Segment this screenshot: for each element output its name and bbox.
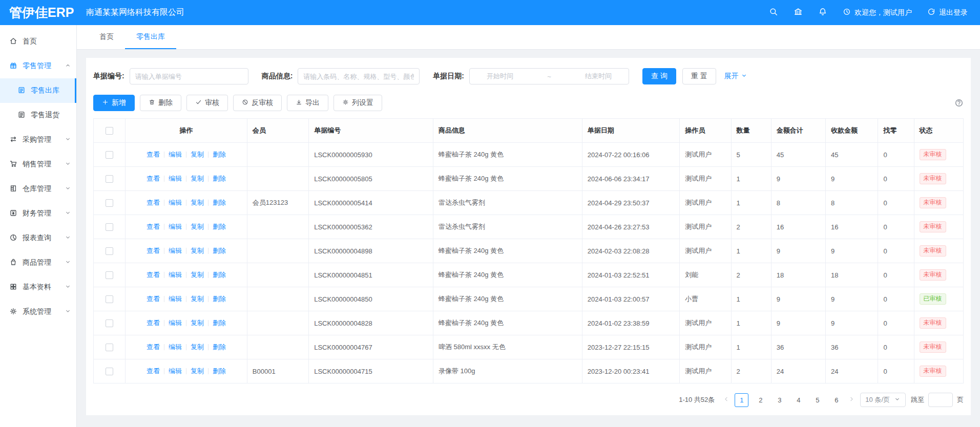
order-no-input[interactable]: [130, 68, 248, 84]
delete-link[interactable]: 删除: [213, 174, 226, 183]
logout-button[interactable]: 退出登录: [927, 8, 968, 17]
view-link[interactable]: 查看: [147, 294, 160, 304]
page-number[interactable]: 6: [829, 393, 843, 407]
chevron-down-icon: [65, 209, 71, 218]
row-checkbox[interactable]: [106, 319, 113, 327]
delete-link[interactable]: 删除: [213, 270, 226, 280]
column-settings-button[interactable]: 列设置: [333, 95, 382, 111]
cell-order-no: LSCK00000005930: [309, 143, 433, 167]
sidebar-item-report-query[interactable]: 报表查询: [0, 226, 76, 250]
select-all-checkbox[interactable]: [106, 127, 113, 135]
row-checkbox[interactable]: [106, 344, 113, 351]
view-link[interactable]: 查看: [147, 318, 160, 328]
view-link[interactable]: 查看: [147, 150, 160, 159]
page-size-select[interactable]: 10 条/页: [860, 393, 906, 407]
page-number[interactable]: 4: [791, 393, 805, 407]
bank-icon[interactable]: [794, 7, 803, 18]
view-link[interactable]: 查看: [147, 343, 160, 352]
cell-member: B00001: [247, 359, 308, 383]
delete-link[interactable]: 删除: [213, 222, 226, 231]
product-info-input[interactable]: [298, 68, 420, 84]
page-number[interactable]: 5: [810, 393, 824, 407]
delete-link[interactable]: 删除: [213, 367, 226, 376]
expand-toggle[interactable]: 展开: [724, 72, 747, 81]
row-checkbox[interactable]: [106, 295, 113, 303]
sidebar-item-product-management[interactable]: 商品管理: [0, 250, 76, 275]
sidebar-item-system-management[interactable]: 系统管理: [0, 300, 76, 324]
delete-link[interactable]: 删除: [213, 318, 226, 328]
next-page-button[interactable]: [848, 396, 855, 404]
tab-home[interactable]: 首页: [88, 25, 125, 49]
view-link[interactable]: 查看: [147, 270, 160, 280]
delete-link[interactable]: 删除: [213, 150, 226, 159]
edit-link[interactable]: 编辑: [169, 174, 182, 183]
row-checkbox[interactable]: [106, 223, 113, 231]
reset-button[interactable]: 重 置: [682, 68, 716, 84]
edit-link[interactable]: 编辑: [169, 246, 182, 255]
copy-link[interactable]: 复制: [191, 174, 204, 183]
row-checkbox[interactable]: [106, 247, 113, 255]
prev-page-button[interactable]: [723, 396, 729, 404]
sidebar-item-retail-outbound[interactable]: 零售出库: [0, 78, 76, 103]
row-checkbox[interactable]: [106, 271, 113, 279]
copy-link[interactable]: 复制: [191, 367, 204, 376]
view-link[interactable]: 查看: [147, 367, 160, 376]
question-icon[interactable]: [954, 98, 964, 108]
copy-link[interactable]: 复制: [191, 270, 204, 280]
search-icon[interactable]: [769, 7, 778, 18]
sidebar-item-warehouse-management[interactable]: 仓库管理: [0, 177, 76, 201]
edit-link[interactable]: 编辑: [169, 318, 182, 328]
page-number[interactable]: 3: [773, 393, 786, 407]
edit-link[interactable]: 编辑: [169, 150, 182, 159]
delete-link[interactable]: 删除: [213, 343, 226, 352]
bell-icon[interactable]: [818, 7, 827, 18]
sidebar-item-retail-return[interactable]: 零售退货: [0, 103, 76, 127]
copy-link[interactable]: 复制: [191, 343, 204, 352]
edit-link[interactable]: 编辑: [169, 222, 182, 231]
sidebar-item-label: 首页: [23, 37, 37, 46]
delete-link[interactable]: 删除: [213, 294, 226, 304]
add-button[interactable]: 新增: [93, 95, 135, 111]
jump-page-input[interactable]: [928, 393, 953, 407]
copy-link[interactable]: 复制: [191, 318, 204, 328]
sidebar-item-basic-data[interactable]: 基本资料: [0, 275, 76, 300]
copy-link[interactable]: 复制: [191, 294, 204, 304]
edit-link[interactable]: 编辑: [169, 294, 182, 304]
edit-link[interactable]: 编辑: [169, 198, 182, 207]
delete-link[interactable]: 删除: [213, 198, 226, 207]
search-button[interactable]: 查 询: [642, 68, 676, 84]
copy-link[interactable]: 复制: [191, 198, 204, 207]
delete-link[interactable]: 删除: [213, 246, 226, 255]
page-number[interactable]: 1: [735, 393, 748, 407]
row-checkbox[interactable]: [106, 199, 113, 207]
export-button[interactable]: 导出: [287, 95, 328, 111]
view-link[interactable]: 查看: [147, 246, 160, 255]
sidebar-item-retail-management[interactable]: 零售管理: [0, 54, 76, 78]
view-link[interactable]: 查看: [147, 198, 160, 207]
row-checkbox[interactable]: [106, 151, 113, 159]
row-checkbox[interactable]: [106, 175, 113, 183]
delete-button[interactable]: 删除: [140, 95, 181, 111]
view-link[interactable]: 查看: [147, 174, 160, 183]
edit-link[interactable]: 编辑: [169, 367, 182, 376]
cell-amount: 18: [771, 263, 825, 287]
edit-link[interactable]: 编辑: [169, 343, 182, 352]
copy-link[interactable]: 复制: [191, 246, 204, 255]
sidebar-item-home[interactable]: 首页: [0, 29, 76, 54]
page-number[interactable]: 2: [754, 393, 767, 407]
sidebar-item-sales-management[interactable]: 销售管理: [0, 152, 76, 177]
unaudit-button[interactable]: 反审核: [233, 95, 282, 111]
copy-link[interactable]: 复制: [191, 222, 204, 231]
cell-date: 2023-12-27 22:15:15: [582, 335, 680, 359]
row-checkbox[interactable]: [106, 368, 113, 375]
sidebar-item-finance-management[interactable]: 财务管理: [0, 201, 76, 226]
welcome-user[interactable]: 欢迎您，测试用户: [843, 8, 912, 17]
edit-link[interactable]: 编辑: [169, 270, 182, 280]
date-range-picker[interactable]: 开始时间 ~ 结束时间: [469, 68, 629, 84]
cell-change: 0: [878, 167, 914, 191]
view-link[interactable]: 查看: [147, 222, 160, 231]
tab-retail-outbound[interactable]: 零售出库: [125, 25, 176, 49]
sidebar-item-purchase-management[interactable]: 采购管理: [0, 127, 76, 152]
copy-link[interactable]: 复制: [191, 150, 204, 159]
audit-button[interactable]: 审核: [186, 95, 228, 111]
